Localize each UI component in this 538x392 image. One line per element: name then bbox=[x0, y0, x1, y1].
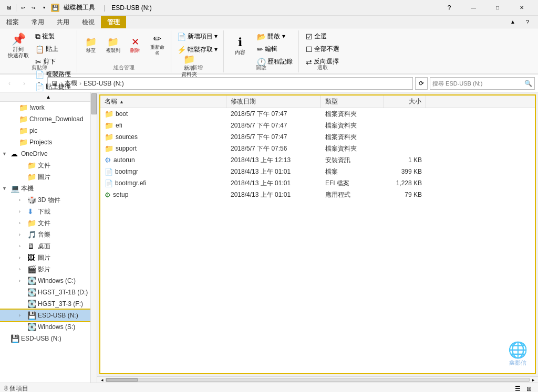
sidebar-item-hgstd[interactable]: 💽 HGST_3T-1B (D:) bbox=[0, 287, 97, 298]
save-quick-btn[interactable]: 🖫 bbox=[4, 3, 14, 13]
watermark-text: 鑫郡信 bbox=[508, 359, 527, 367]
ribbon-help-btn[interactable]: ? bbox=[521, 16, 534, 28]
table-row[interactable]: 📄 bootmgr.efi 2018/4/13 上午 01:01 EFI 檔案 … bbox=[100, 177, 535, 189]
folder-icon: 📁 bbox=[105, 133, 113, 141]
table-row[interactable]: 📁 sources 2018/5/7 下午 07:47 檔案資料夾 bbox=[100, 131, 535, 143]
pin-to-quickaccess-btn[interactable]: 📌 訂到快速存取 bbox=[5, 30, 32, 62]
sidebar-item-music[interactable]: › 🎵 音樂 bbox=[0, 229, 97, 240]
paste-shortcut-btn[interactable]: 📄 貼上捷徑 bbox=[33, 81, 74, 93]
search-input[interactable] bbox=[432, 80, 522, 87]
delete-btn[interactable]: ✕ 刪除 bbox=[125, 30, 146, 60]
copy-btn[interactable]: ⧉ 複製 bbox=[33, 30, 74, 43]
list-view-btn[interactable]: ☰ bbox=[513, 384, 522, 393]
rename-btn[interactable]: ✏ 重新命名 bbox=[147, 30, 168, 60]
sidebar-item-desktop[interactable]: › 🖥 桌面 bbox=[0, 240, 97, 252]
close-btn[interactable]: ✕ bbox=[510, 0, 534, 16]
redo-btn[interactable]: ↪ bbox=[29, 3, 38, 13]
scroll-right-btn[interactable]: ▸ bbox=[530, 377, 537, 383]
copy-to-btn[interactable]: 📁 複製到 bbox=[102, 30, 123, 60]
tab-view[interactable]: 檢視 bbox=[76, 16, 101, 28]
sidebar-scrollbar[interactable] bbox=[90, 92, 97, 383]
file-size-bootmgr: 399 KB bbox=[384, 166, 426, 177]
sidebar-item-hgstf[interactable]: 💽 HGST_3T-3 (F:) bbox=[0, 298, 97, 310]
move-to-btn[interactable]: 📁 移至 bbox=[80, 30, 101, 60]
undo-btn[interactable]: ↩ bbox=[18, 3, 28, 13]
sidebar-item-onedrive[interactable]: ▼ ☁ OneDrive bbox=[0, 148, 97, 160]
minimize-btn[interactable]: — bbox=[461, 0, 485, 16]
tab-share[interactable]: 共用 bbox=[50, 16, 76, 28]
sidebar-item-esd-bottom[interactable]: 💾 ESD-USB (N:) bbox=[0, 333, 97, 344]
header-size[interactable]: 大小 bbox=[384, 96, 426, 108]
file-name-autorun: ⚙ autorun bbox=[100, 154, 226, 166]
sidebar-item-pics2[interactable]: › 🖼 圖片 bbox=[0, 252, 97, 263]
onedrive-icon: ☁ bbox=[11, 150, 19, 158]
file-date-bootmgr: 2018/4/13 上午 01:01 bbox=[226, 166, 321, 177]
chevron-onedrive: ▼ bbox=[2, 151, 8, 156]
select-all-icon: ☑ bbox=[306, 33, 313, 41]
tab-home[interactable]: 常用 bbox=[25, 16, 50, 28]
refresh-btn[interactable]: ⟳ bbox=[415, 77, 428, 90]
search-box: 🔍 bbox=[430, 77, 535, 90]
help-btn[interactable]: ? bbox=[437, 0, 461, 16]
paste-btn[interactable]: 📋 貼上 bbox=[33, 43, 74, 55]
sidebar-item-pic[interactable]: 📁 pic bbox=[0, 125, 97, 136]
chevron-thispc: ▼ bbox=[2, 186, 8, 191]
copy-icon: ⧉ bbox=[35, 32, 40, 41]
grid-view-btn[interactable]: ⊞ bbox=[524, 384, 534, 393]
scrollbar-thumb-h bbox=[106, 378, 138, 382]
sidebar-item-documents[interactable]: 📁 文件 bbox=[0, 160, 97, 171]
tab-file[interactable]: 檔案 bbox=[0, 16, 25, 28]
properties-btn[interactable]: ℹ 內容 bbox=[227, 30, 253, 62]
sidebar-item-chrome[interactable]: 📁 Chrome_Download bbox=[0, 113, 97, 125]
file-type-bootmgr-efi: EFI 檔案 bbox=[321, 177, 384, 189]
select-all-btn[interactable]: ☑ 全選 bbox=[303, 30, 329, 43]
sidebar-item-videos[interactable]: › 🎬 影片 bbox=[0, 263, 97, 275]
sidebar-scroll-up[interactable]: ▲ bbox=[0, 92, 97, 102]
file-size-sources bbox=[384, 131, 426, 143]
sidebar-item-wins[interactable]: 💽 Windows (S:) bbox=[0, 321, 97, 333]
chevron-pics2: › bbox=[19, 255, 25, 260]
header-type[interactable]: 類型 bbox=[321, 96, 384, 108]
table-row[interactable]: 📄 bootmgr 2018/4/13 上午 01:01 檔案 399 KB bbox=[100, 166, 535, 177]
status-item-count: 8 個項目 bbox=[4, 384, 28, 392]
documents-label: 文件 bbox=[38, 161, 50, 170]
table-row[interactable]: ⚙ setup 2018/4/13 上午 01:01 應用程式 79 KB bbox=[100, 189, 535, 200]
folder-icon-chrome: 📁 bbox=[19, 115, 27, 123]
select-none-btn[interactable]: ☐ 全部不選 bbox=[303, 43, 342, 55]
tab-manage[interactable]: 管理 bbox=[101, 16, 126, 28]
new-item-btn[interactable]: 📄 新增項目 ▾ bbox=[174, 30, 220, 43]
pictures-label: 圖片 bbox=[38, 173, 50, 182]
sidebar-item-thispc[interactable]: ▼ 💻 本機 bbox=[0, 183, 97, 194]
open-btn[interactable]: 📂 開啟 ▾ bbox=[254, 30, 295, 43]
header-name[interactable]: 名稱 ▲ bbox=[100, 96, 226, 108]
disk-tools-tab[interactable]: 磁碟機工具 bbox=[64, 3, 95, 12]
pics2-icon: 🖼 bbox=[27, 253, 36, 262]
quick-dropdown-btn[interactable]: ▾ bbox=[39, 3, 49, 13]
select-label: 選取 bbox=[317, 64, 328, 71]
sidebar-item-projects[interactable]: 📁 Projects bbox=[0, 136, 97, 148]
open-group: ℹ 內容 📂 開啟 ▾ ✏ 編輯 🕐 歷程記錄 bbox=[224, 30, 299, 72]
efi-icon: 📄 bbox=[105, 179, 113, 187]
sidebar-item-docs2[interactable]: › 📁 文件 bbox=[0, 217, 97, 229]
table-row[interactable]: ⚙ autorun 2018/4/13 上午 12:13 安裝資訊 1 KB bbox=[100, 154, 535, 166]
table-row[interactable]: 📁 efi 2018/5/7 下午 07:47 檔案資料夾 bbox=[100, 120, 535, 131]
edit-btn[interactable]: ✏ 編輯 bbox=[254, 43, 295, 55]
table-row[interactable]: 📁 boot 2018/5/7 下午 07:47 檔案資料夾 bbox=[100, 108, 535, 120]
sidebar-item-downloads[interactable]: › ⬇ 下載 bbox=[0, 206, 97, 217]
table-row[interactable]: 📁 support 2018/5/7 下午 07:56 檔案資料夾 bbox=[100, 143, 535, 154]
maximize-btn[interactable]: □ bbox=[485, 0, 510, 16]
scroll-left-btn[interactable]: ◂ bbox=[98, 377, 106, 383]
easy-access-btn[interactable]: ⚡ 輕鬆存取 ▾ bbox=[174, 44, 220, 56]
sidebar-item-esd-usb[interactable]: › 💾 ESD-USB (N:) bbox=[0, 310, 97, 321]
clipboard-group: 📌 訂到快速存取 ⧉ 複製 📋 貼上 ✂ 剪下 bbox=[2, 30, 77, 72]
sidebar-item-3d[interactable]: › 🎲 3D 物件 bbox=[0, 194, 97, 206]
file-size-boot bbox=[384, 108, 426, 120]
desktop-label: 桌面 bbox=[38, 242, 50, 251]
header-date[interactable]: 修改日期 bbox=[226, 96, 321, 108]
sidebar-item-pictures[interactable]: 📁 圖片 bbox=[0, 171, 97, 183]
sidebar-item-iwork[interactable]: 📁 !work bbox=[0, 102, 97, 113]
sidebar-item-winc[interactable]: › 💽 Windows (C:) bbox=[0, 275, 97, 287]
path-current[interactable]: ESD-USB (N:) bbox=[84, 80, 124, 87]
horizontal-scrollbar[interactable]: ◂ ▸ bbox=[97, 376, 538, 383]
ribbon-collapse-btn[interactable]: ▲ bbox=[506, 16, 519, 28]
